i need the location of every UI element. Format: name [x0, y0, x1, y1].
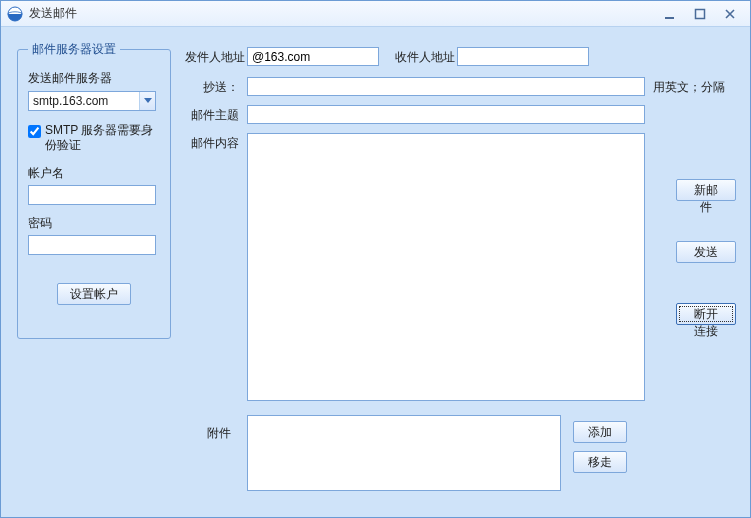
set-account-button[interactable]: 设置帐户	[57, 283, 131, 305]
titlebar: 发送邮件	[1, 1, 750, 27]
attachment-label: 附件	[207, 425, 231, 442]
body-label: 邮件内容	[191, 135, 239, 152]
server-settings-legend: 邮件服务器设置	[28, 41, 120, 58]
from-input[interactable]	[247, 47, 379, 66]
minimize-button[interactable]	[662, 7, 678, 21]
svg-rect-2	[665, 17, 674, 19]
set-account-row: 设置帐户	[28, 283, 160, 305]
side-button-column: 新邮件 发送 断开连接	[676, 179, 736, 325]
client-area: 邮件服务器设置 发送邮件服务器 smtp.163.com SMTP 服务器需要身…	[1, 27, 750, 517]
send-button[interactable]: 发送	[676, 241, 736, 263]
cc-input[interactable]	[247, 77, 645, 96]
attachment-buttons: 添加 移走	[573, 421, 627, 473]
smtp-auth-checkbox[interactable]	[28, 125, 41, 138]
smtp-auth-label: SMTP 服务器需要身份验证	[45, 123, 160, 153]
to-input[interactable]	[457, 47, 589, 66]
server-settings-group: 邮件服务器设置 发送邮件服务器 smtp.163.com SMTP 服务器需要身…	[17, 41, 171, 339]
cc-hint: 用英文；分隔	[653, 79, 725, 96]
from-label: 发件人地址	[185, 49, 245, 66]
chevron-down-icon[interactable]	[139, 92, 155, 110]
maximize-button[interactable]	[692, 7, 708, 21]
attachment-listbox[interactable]	[247, 415, 561, 491]
to-label: 收件人地址	[395, 49, 455, 66]
smtp-combo-value: smtp.163.com	[29, 94, 139, 108]
smtp-auth-row: SMTP 服务器需要身份验证	[28, 123, 160, 153]
subject-input[interactable]	[247, 105, 645, 124]
smtp-combo[interactable]: smtp.163.com	[28, 91, 156, 111]
svg-rect-3	[696, 9, 705, 18]
add-attachment-button[interactable]: 添加	[573, 421, 627, 443]
remove-attachment-button[interactable]: 移走	[573, 451, 627, 473]
account-label: 帐户名	[28, 165, 160, 182]
body-textarea[interactable]	[247, 133, 645, 401]
smtp-label: 发送邮件服务器	[28, 70, 160, 87]
window-controls	[662, 7, 738, 21]
subject-label: 邮件主题	[191, 107, 239, 124]
account-input[interactable]	[28, 185, 156, 205]
app-window: 发送邮件 邮件服务器设置 发送邮件服务器 smtp.163.com	[0, 0, 751, 518]
close-button[interactable]	[722, 7, 738, 21]
window-title: 发送邮件	[29, 5, 662, 22]
password-label: 密码	[28, 215, 160, 232]
app-icon	[7, 6, 23, 22]
password-input[interactable]	[28, 235, 156, 255]
cc-label: 抄送：	[203, 79, 239, 96]
disconnect-button[interactable]: 断开连接	[676, 303, 736, 325]
new-mail-button[interactable]: 新邮件	[676, 179, 736, 201]
form-area: 发件人地址 收件人地址 抄送： 用英文；分隔 邮件主题 邮件内容 新邮件 发送 …	[185, 45, 736, 503]
